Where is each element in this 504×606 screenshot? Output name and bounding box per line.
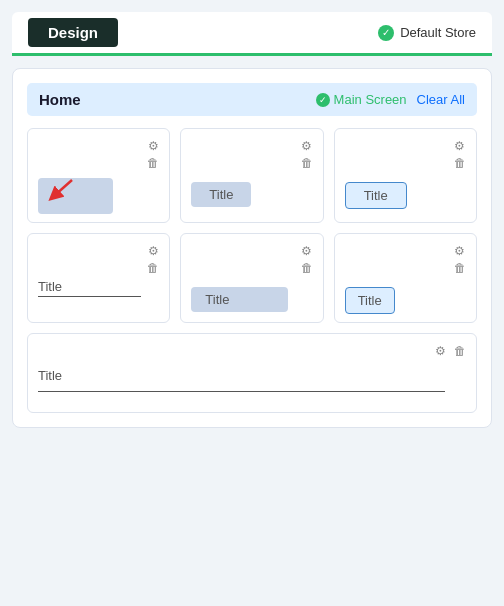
card-title-2-3: Title [345, 287, 395, 314]
card-content-2-2: Title [191, 275, 312, 314]
grid-card-2-3: ⚙ 🗑 Title [334, 233, 477, 323]
trash-icon-2-2[interactable]: 🗑 [301, 261, 313, 275]
wide-underline [38, 389, 445, 392]
card-content-2-3: Title [345, 275, 466, 314]
trash-icon-1-1[interactable]: 🗑 [147, 156, 159, 170]
card-title-text-2-1: Title [38, 279, 141, 296]
home-header-right: ✓ Main Screen Clear All [316, 92, 465, 107]
card-top-2-3: ⚙ 🗑 [345, 244, 466, 275]
card-content-2-1: Title [38, 275, 159, 314]
grid-card-1-3: ⚙ 🗑 Title [334, 128, 477, 223]
grid-card-2-2: ⚙ 🗑 Title [180, 233, 323, 323]
red-arrow [48, 174, 76, 206]
card-content-1-2: Title [191, 170, 312, 214]
design-tab[interactable]: Design [28, 18, 118, 47]
gear-icon-2-3[interactable]: ⚙ [454, 244, 465, 258]
store-info: ✓ Default Store [378, 25, 476, 41]
card-title-1-2: Title [191, 182, 251, 207]
top-bar: Design ✓ Default Store [12, 12, 492, 56]
card-actions-2-2: ⚙ 🗑 [301, 244, 313, 275]
trash-icon-wide[interactable]: 🗑 [454, 344, 466, 358]
grid-row-2: ⚙ 🗑 Title ⚙ 🗑 [27, 233, 477, 323]
home-title: Home [39, 91, 81, 108]
card-actions-2-3: ⚙ 🗑 [454, 244, 466, 275]
card-top-1-2: ⚙ 🗑 [191, 139, 312, 170]
gear-icon-2-2[interactable]: ⚙ [301, 244, 312, 258]
card-title-1-3: Title [345, 182, 407, 209]
gear-icon-2-1[interactable]: ⚙ [148, 244, 159, 258]
gear-icon-1-3[interactable]: ⚙ [454, 139, 465, 153]
trash-icon-2-3[interactable]: 🗑 [454, 261, 466, 275]
main-screen-badge: ✓ Main Screen [316, 92, 407, 107]
svg-line-1 [54, 180, 72, 196]
wide-card: ⚙ 🗑 Title [27, 333, 477, 413]
card-actions-2-1: ⚙ 🗑 [147, 244, 159, 275]
card-title-2-1: Title [38, 279, 141, 297]
home-header: Home ✓ Main Screen Clear All [27, 83, 477, 116]
card-top-1-3: ⚙ 🗑 [345, 139, 466, 170]
grid-card-1-1: ⚙ 🗑 [27, 128, 170, 223]
gear-icon-wide[interactable]: ⚙ [435, 344, 446, 358]
card-title-2-2: Title [191, 287, 288, 312]
card-top-2-2: ⚙ 🗑 [191, 244, 312, 275]
card-actions-1-1: ⚙ 🗑 [147, 139, 159, 170]
grid-card-1-2: ⚙ 🗑 Title [180, 128, 323, 223]
main-card: Home ✓ Main Screen Clear All ⚙ 🗑 [12, 68, 492, 428]
wide-card-title: Title [38, 368, 466, 385]
check-icon: ✓ [378, 25, 394, 41]
card-top-1-1: ⚙ 🗑 [38, 139, 159, 170]
card-actions-1-3: ⚙ 🗑 [454, 139, 466, 170]
grid-card-2-1: ⚙ 🗑 Title [27, 233, 170, 323]
trash-icon-2-1[interactable]: 🗑 [147, 261, 159, 275]
main-screen-label: Main Screen [334, 92, 407, 107]
underline-2-1 [38, 296, 141, 297]
wide-card-content: Title [38, 368, 466, 392]
card-content-1-3: Title [345, 170, 466, 214]
main-screen-dot-icon: ✓ [316, 93, 330, 107]
card-actions-1-2: ⚙ 🗑 [301, 139, 313, 170]
gear-icon-1-2[interactable]: ⚙ [301, 139, 312, 153]
card-top-2-1: ⚙ 🗑 [38, 244, 159, 275]
store-label: Default Store [400, 25, 476, 40]
wide-card-top: ⚙ 🗑 [38, 344, 466, 358]
app-container: Design ✓ Default Store Home ✓ Main Scree… [0, 0, 504, 606]
trash-icon-1-2[interactable]: 🗑 [301, 156, 313, 170]
gear-icon-1-1[interactable]: ⚙ [148, 139, 159, 153]
grid-row-1: ⚙ 🗑 [27, 128, 477, 223]
trash-icon-1-3[interactable]: 🗑 [454, 156, 466, 170]
clear-all-button[interactable]: Clear All [417, 92, 465, 107]
